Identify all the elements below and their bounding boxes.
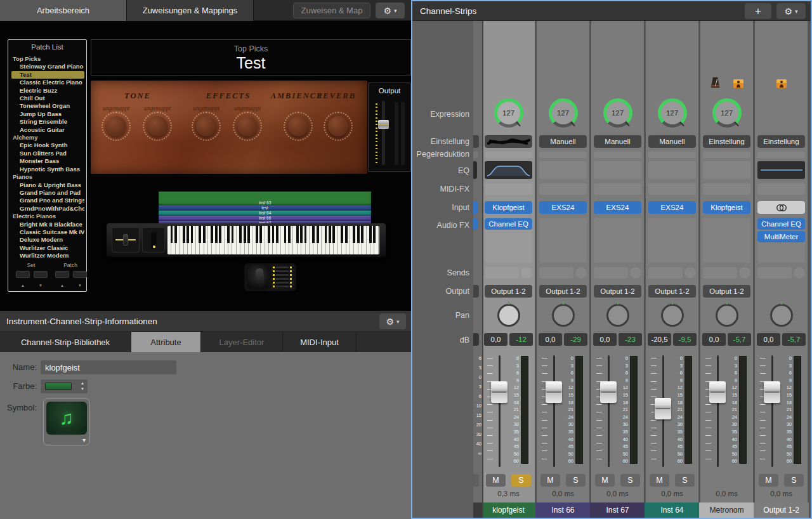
output-button[interactable]: Output 1-2	[703, 285, 750, 298]
pan-knob[interactable]	[661, 304, 684, 327]
patch-item[interactable]: Chill Out	[11, 95, 84, 102]
pan-knob[interactable]	[497, 304, 520, 327]
info-action-menu-button[interactable]: ⚙▾	[379, 313, 406, 329]
fader-cap[interactable]	[600, 381, 617, 403]
eq-slot[interactable]	[703, 161, 750, 179]
mute-button[interactable]: M	[540, 474, 560, 487]
patch-item[interactable]: Grand Pno and Strings	[11, 197, 84, 204]
patch-item[interactable]: String Ensemble	[11, 118, 84, 126]
channel-strip-setting-icon[interactable]	[776, 77, 787, 88]
mute-button[interactable]: M	[595, 474, 615, 487]
channel-strips-action-menu-button[interactable]: ⚙▾	[776, 3, 806, 19]
zuweisen-map-button[interactable]: Zuweisen & Map	[293, 3, 370, 18]
eq-slot[interactable]	[594, 161, 641, 179]
metronome-icon[interactable]	[710, 77, 721, 88]
color-picker-button[interactable]: ▲▼	[41, 379, 88, 393]
setting-button[interactable]: Manuell	[594, 135, 641, 148]
patch-next-button[interactable]	[73, 271, 87, 278]
audio-fx-button[interactable]: Channel EQ	[485, 218, 532, 230]
channel-strip-6[interactable]: EinstellungChannel EQMultiMeter0,0-5,703…	[755, 21, 808, 518]
set-prev-button[interactable]	[16, 271, 30, 278]
sends-slot[interactable]	[757, 266, 805, 279]
perform-knob[interactable]	[233, 112, 262, 141]
audio-fx-button[interactable]: MultiMeter	[757, 231, 805, 242]
input-button[interactable]: EXS24	[594, 201, 641, 214]
volume-value[interactable]: 0,0	[593, 333, 617, 346]
fader-cap[interactable]	[709, 381, 726, 403]
expression-knob[interactable]: 127	[603, 98, 632, 128]
patch-item[interactable]: Hypnotic Synth Bass	[11, 166, 84, 173]
midi-fx-slot[interactable]	[539, 183, 587, 195]
output-button[interactable]: Output 1-2	[648, 285, 696, 298]
patch-item[interactable]: Test	[11, 71, 84, 79]
input-button[interactable]: Klopfgeist	[703, 201, 750, 214]
pan-knob[interactable]	[606, 304, 629, 327]
fader-cap[interactable]	[546, 381, 562, 403]
eq-slot[interactable]	[648, 161, 696, 179]
channel-strip-setting-icon[interactable]	[733, 77, 743, 88]
fader[interactable]: 03691215182124303540455060	[482, 353, 535, 470]
fader[interactable]: 03691215182124303540455060	[537, 353, 589, 470]
keyboard-keys[interactable]	[167, 226, 379, 254]
patch-item[interactable]: Wurlitzer Modern	[11, 252, 84, 260]
channel-strip-5[interactable]: 127EinstellungKlopfgeistOutput 1-20,0-5,…	[700, 21, 753, 518]
patch-item[interactable]: GrndPnoWithPad&Choir	[11, 205, 84, 213]
channel-strip-1[interactable]: 127KlopfgeistChannel EQOutput 1-20,0-120…	[482, 21, 535, 518]
mute-button[interactable]: M	[486, 474, 506, 487]
strip-name[interactable]: klopfgeist	[481, 503, 536, 518]
output-button[interactable]: Output 1-2	[594, 285, 641, 298]
midi-fx-slot[interactable]	[757, 183, 805, 195]
audio-fx-button[interactable]: Channel EQ	[757, 218, 805, 230]
midi-fx-slot[interactable]	[594, 183, 641, 195]
patch-item[interactable]: Monster Bass	[11, 157, 84, 165]
solo-button[interactable]: S	[566, 474, 586, 487]
input-button[interactable]: EXS24	[648, 201, 696, 214]
fader-cap[interactable]	[491, 381, 508, 403]
keyboard-layer[interactable]: Inst 66	[159, 216, 371, 221]
patch-item[interactable]: Deluxe Modern	[11, 236, 84, 244]
sends-slot[interactable]	[539, 266, 587, 279]
midi-fx-slot[interactable]	[703, 183, 750, 195]
input-format-button[interactable]	[757, 201, 805, 214]
roller-pedal[interactable]	[271, 265, 294, 290]
setting-button[interactable]: Manuell	[648, 135, 696, 148]
strip-name[interactable]: Inst 64	[645, 503, 700, 518]
setting-button[interactable]	[485, 135, 532, 148]
patch-prev-button[interactable]	[55, 271, 69, 278]
fader[interactable]: 03691215182124303540455060	[646, 353, 698, 470]
setting-button[interactable]: Einstellung	[703, 135, 750, 148]
strip-name[interactable]: Output 1-2	[754, 503, 809, 518]
patch-item[interactable]: Wurlitzer Classic	[11, 244, 84, 252]
pan-knob[interactable]	[552, 304, 575, 327]
fader-cap[interactable]	[764, 381, 780, 403]
eq-thumbnail[interactable]	[485, 161, 532, 179]
perform-knob[interactable]	[102, 112, 131, 141]
setting-button[interactable]: Manuell	[539, 135, 587, 148]
patch-item[interactable]: Electric Buzz	[11, 87, 84, 95]
name-field[interactable]	[41, 360, 176, 374]
mute-button[interactable]: M	[650, 474, 669, 487]
keyboard-layer[interactable]: Inst 64	[159, 211, 371, 216]
sends-slot[interactable]	[648, 266, 696, 279]
volume-value[interactable]: 0,0	[484, 333, 508, 346]
keyboard-layer[interactable]: Inst 63	[159, 192, 371, 206]
strip-name[interactable]: Inst 67	[590, 503, 645, 518]
perform-knob[interactable]	[284, 112, 313, 141]
tab-channel-strip-bibliothek[interactable]: Channel-Strip-Bibliothek	[0, 332, 131, 352]
patch-item[interactable]: Acoustic Guitar	[11, 126, 84, 134]
perform-knob[interactable]	[324, 112, 353, 141]
output-button[interactable]: Output 1-2	[539, 285, 587, 298]
output-fader-cap[interactable]	[378, 120, 389, 129]
tab-zuweisungen-mappings[interactable]: Zuweisungen & Mappings	[127, 0, 254, 21]
mod-wheel-control[interactable]	[142, 227, 165, 253]
strip-name[interactable]: Metronom	[699, 503, 754, 518]
patch-item[interactable]: Epic Hook Synth	[11, 141, 84, 149]
output-button[interactable]: Output 1-2	[485, 285, 532, 298]
channel-strip-4[interactable]: 127ManuellEXS24Output 1-2-20,5-9,5036912…	[646, 21, 698, 518]
sends-slot[interactable]	[703, 266, 750, 279]
volume-value[interactable]: 0,0	[702, 333, 726, 346]
workspace-action-menu-button[interactable]: ⚙▾	[376, 3, 405, 18]
eq-slot[interactable]	[539, 161, 587, 179]
solo-button[interactable]: S	[675, 474, 695, 487]
tab-arbeitsbereich[interactable]: Arbeitsbereich	[0, 0, 127, 21]
